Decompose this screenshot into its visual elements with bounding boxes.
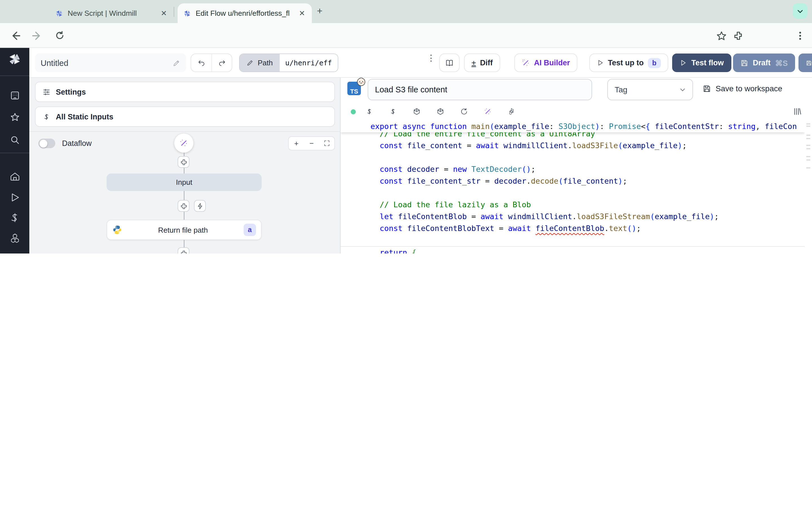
flow-node-a[interactable]: Return file path a — [107, 220, 262, 240]
language-status-dot — [351, 109, 356, 114]
zoom-in-button[interactable]: + — [289, 139, 304, 148]
reload-icon[interactable] — [54, 29, 66, 42]
flow-settings-row[interactable]: Settings — [35, 82, 335, 102]
redo-button[interactable] — [211, 54, 232, 71]
save-to-workspace-button[interactable]: Save to workspace — [703, 84, 782, 93]
tab-close-icon[interactable]: ✕ — [160, 9, 168, 17]
add-step-button[interactable] — [177, 200, 190, 212]
tab-title: Edit Flow u/henri/effortless_fl — [196, 9, 293, 17]
python-icon — [112, 225, 122, 235]
bookmark-star-icon[interactable] — [715, 29, 727, 42]
assets-library-icon[interactable] — [793, 107, 802, 118]
code-lines: // Load the entire file_content as a Uin… — [341, 128, 805, 253]
flow-title: Untitled — [41, 58, 172, 67]
minimap[interactable] — [805, 120, 812, 253]
ai-builder-label: AI Builder — [534, 59, 570, 67]
package-box-icon[interactable] — [435, 108, 446, 115]
sticky-scroll-line: export async function main(example_file:… — [341, 120, 805, 132]
tag-select[interactable]: Tag — [607, 79, 693, 100]
play-icon — [679, 59, 687, 66]
step-badge: b — [648, 58, 661, 68]
undo-button[interactable] — [191, 54, 211, 71]
magic-wand-icon — [179, 138, 188, 148]
save-icon — [806, 59, 812, 67]
sidebar-item-favorites[interactable] — [0, 109, 29, 126]
ts-with-emoji: TS — [347, 82, 361, 95]
docs-book-button[interactable] — [439, 54, 460, 72]
tab-close-icon[interactable]: ✕ — [298, 9, 306, 17]
extensions-icon[interactable] — [732, 29, 744, 42]
add-step-button[interactable] — [177, 156, 190, 168]
browser-tab-edit-flow[interactable]: Edit Flow u/henri/effortless_fl ✕ — [177, 3, 312, 23]
path-button[interactable]: Path u/henri/eff — [239, 54, 338, 72]
code-line: const fileContentBlobText = await fileCo… — [341, 223, 805, 234]
code-line: const file_content_str = decoder.decode(… — [341, 175, 805, 187]
sidebar-item-resources[interactable] — [0, 229, 29, 246]
windmill-favicon — [55, 9, 63, 17]
path-label-segment: Path — [240, 54, 280, 71]
code-line — [341, 234, 805, 246]
dataflow-toggle[interactable] — [38, 138, 55, 148]
flow-title-box[interactable]: Untitled — [35, 54, 186, 72]
sidebar-item-workspace[interactable] — [0, 87, 29, 104]
dataflow-toggle-row: Dataflow — [38, 138, 92, 148]
edit-pencil-icon — [246, 59, 254, 66]
new-tab-button[interactable]: + — [317, 6, 322, 17]
test-up-to-button[interactable]: Test up to b — [589, 54, 668, 72]
sliders-icon — [42, 88, 51, 96]
undo-redo-group — [191, 54, 232, 72]
edit-pencil-icon[interactable] — [172, 59, 181, 67]
diff-label: Diff — [480, 59, 493, 67]
ai-wand-icon[interactable] — [482, 108, 493, 115]
add-step-button[interactable] — [177, 247, 190, 253]
fullscreen-button[interactable]: ⛶ — [319, 139, 335, 148]
reset-refresh-icon[interactable] — [458, 108, 470, 115]
save-to-workspace-label: Save to workspace — [716, 84, 782, 93]
editor-icon-toolbar — [341, 104, 812, 119]
browser-tab-strip: New Script | Windmill ✕ Edit Flow u/henr… — [0, 0, 812, 23]
code-line — [341, 152, 805, 163]
tab-title: New Script | Windmill — [68, 9, 155, 17]
editor-settings-gear-icon[interactable] — [506, 108, 517, 115]
settings-label: Settings — [56, 88, 86, 96]
more-options-kebab-icon[interactable]: ⋮ — [427, 56, 435, 60]
code-line: const decoder = new TextDecoder(); — [341, 163, 805, 175]
forward-icon[interactable] — [31, 29, 43, 42]
flow-node-input[interactable]: Input — [107, 173, 262, 191]
divider — [29, 131, 341, 132]
tab-search-chevron-button[interactable] — [793, 3, 808, 18]
dataflow-label: Dataflow — [62, 139, 92, 148]
test-flow-button[interactable]: Test flow — [672, 54, 731, 72]
step-editor-panel: TS Load S3 file content Tag Save to work… — [341, 78, 812, 253]
diff-button[interactable]: ± Diff — [464, 54, 500, 72]
all-static-inputs-label: All Static Inputs — [56, 112, 113, 121]
draft-shortcut: ⌘S — [775, 58, 788, 67]
ai-builder-button[interactable]: AI Builder — [514, 54, 577, 72]
resource-box-icon[interactable] — [411, 108, 422, 115]
sidebar-item-home[interactable] — [0, 168, 29, 185]
windmill-logo[interactable] — [0, 51, 29, 68]
chevron-down-icon — [679, 87, 686, 93]
flow-editor-toolbar: Untitled Path u/henri/eff ⋮ ± Diff AI Bu… — [29, 48, 812, 78]
sidebar-item-search[interactable] — [0, 131, 29, 148]
browser-tab-new-script[interactable]: New Script | Windmill ✕ — [50, 3, 174, 23]
all-static-inputs-row[interactable]: All Static Inputs — [35, 107, 335, 127]
node-badge-a: a — [244, 224, 256, 236]
step-name-input[interactable]: Load S3 file content — [368, 79, 592, 100]
static-inputs-dollar-icon[interactable] — [364, 108, 375, 115]
zoom-out-button[interactable]: − — [304, 139, 319, 148]
sidebar-item-runs[interactable] — [0, 189, 29, 206]
deploy-button[interactable]: Deploy — [799, 54, 812, 72]
windmill-flow-editor-window: New Script | Windmill ✕ Edit Flow u/henr… — [0, 0, 812, 253]
variables-dollar-icon[interactable] — [388, 108, 399, 115]
sidebar-item-variables[interactable] — [0, 209, 29, 226]
code-editor[interactable]: // Load the entire file_content as a Uin… — [341, 120, 812, 253]
bao-emoji-icon — [356, 76, 366, 86]
browser-menu-kebab-icon[interactable] — [794, 29, 806, 42]
path-value[interactable]: u/henri/eff — [280, 54, 338, 71]
draft-button[interactable]: Draft ⌘S — [733, 54, 795, 72]
add-trigger-bolt-button[interactable] — [194, 200, 206, 212]
ai-flow-wand-button[interactable] — [174, 133, 193, 153]
code-line: return { — [341, 246, 805, 253]
back-icon[interactable] — [9, 29, 21, 42]
